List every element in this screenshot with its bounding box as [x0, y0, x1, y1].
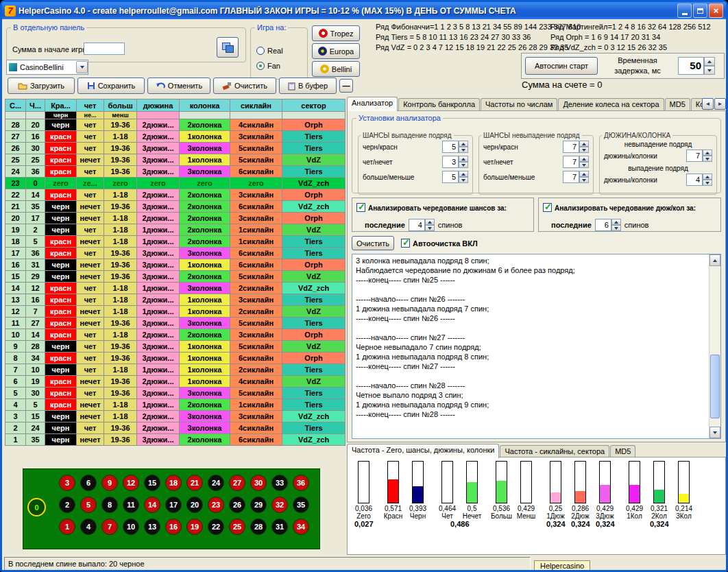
spinner[interactable]: 6	[595, 219, 621, 231]
scroll-down-icon[interactable]	[709, 427, 720, 438]
analyze-chances-checkbox[interactable]	[356, 203, 365, 212]
sum-start-input[interactable]	[84, 43, 125, 55]
roulette-number-13[interactable]: 13	[144, 519, 160, 535]
titlebar[interactable]: 7 HelperCasino 4.0 - create helperroulle…	[2, 2, 726, 19]
analyze-dozens-checkbox[interactable]	[543, 203, 552, 212]
casino-select[interactable]: CasinoBellini	[6, 60, 88, 75]
radio-real[interactable]: Real	[256, 47, 283, 55]
roulette-number-21[interactable]: 21	[186, 475, 203, 491]
spin-up-icon[interactable]	[579, 171, 589, 177]
autoclear-checkbox[interactable]: Автоочистка ВКЛ	[401, 239, 478, 248]
roulette-number-0[interactable]: 0	[27, 498, 46, 516]
spin-down-icon[interactable]	[704, 66, 715, 75]
delay-value[interactable]: 50	[678, 57, 704, 75]
analyzer-clear-button[interactable]: Очистить	[352, 236, 394, 250]
spin-up-icon[interactable]	[579, 156, 589, 162]
combo-dropdown-icon[interactable]	[76, 61, 88, 73]
spinner[interactable]: 3	[442, 156, 468, 168]
analyzer-log[interactable]: 3 колонка невыпадала подряд 8 спин;Наблю…	[352, 254, 721, 439]
spinner[interactable]: 7	[686, 150, 712, 162]
roulette-number-6[interactable]: 6	[80, 475, 97, 491]
tab-1[interactable]: Анализатор	[347, 97, 398, 111]
autospin-start-button[interactable]: Автоспин старт	[525, 57, 598, 75]
europa-button[interactable]: Europa	[312, 43, 360, 59]
roulette-number-10[interactable]: 10	[123, 519, 139, 535]
roulette-number-18[interactable]: 18	[165, 475, 182, 491]
dozen-hit-spinner[interactable]: 4	[686, 174, 712, 186]
tab-2[interactable]: Контроль банкролла	[398, 98, 480, 111]
load-button[interactable]: Загрузить	[8, 78, 75, 94]
roulette-number-14[interactable]: 14	[144, 497, 160, 513]
spin-down-icon[interactable]	[611, 225, 621, 231]
bellini-button[interactable]: Bellini	[312, 61, 360, 77]
log-scrollbar[interactable]	[709, 254, 720, 438]
spin-down-icon[interactable]	[459, 162, 468, 168]
roulette-number-19[interactable]: 19	[186, 519, 203, 535]
roulette-number-8[interactable]: 8	[101, 497, 118, 513]
spin-up-icon[interactable]	[459, 141, 468, 147]
dozen-miss-spinner[interactable]: 7	[686, 150, 712, 162]
roulette-number-26[interactable]: 26	[229, 497, 245, 513]
save-button[interactable]: Сохранить	[77, 78, 145, 94]
roulette-number-7[interactable]: 7	[101, 519, 118, 535]
spinner[interactable]: 7	[563, 141, 589, 153]
spinner[interactable]: 4	[409, 219, 435, 231]
spinner[interactable]: 7	[563, 171, 589, 183]
restore-button[interactable]	[693, 3, 707, 18]
spin-up-icon[interactable]	[703, 150, 712, 156]
tab-5[interactable]: MD5	[665, 98, 690, 111]
roulette-number-15[interactable]: 15	[144, 475, 160, 491]
roulette-number-17[interactable]: 17	[165, 497, 182, 513]
dozen-last-spinner[interactable]: 6	[595, 219, 621, 231]
roulette-number-33[interactable]: 33	[271, 475, 288, 491]
spin-down-icon[interactable]	[703, 156, 712, 162]
roulette-number-16[interactable]: 16	[165, 519, 182, 535]
roulette-number-28[interactable]: 28	[250, 519, 267, 535]
close-button[interactable]: ×	[709, 3, 723, 18]
roulette-number-1[interactable]: 1	[59, 519, 75, 535]
roulette-number-32[interactable]: 32	[271, 497, 288, 513]
roulette-number-27[interactable]: 27	[229, 475, 245, 491]
freq-tab-1[interactable]: Частота - Zero, шансы, дюжины, колонки	[347, 444, 499, 458]
tropez-button[interactable]: Tropez	[312, 25, 360, 41]
spin-down-icon[interactable]	[579, 147, 589, 153]
collapse-button[interactable]: —	[339, 79, 353, 93]
undo-button[interactable]: Отменить	[147, 78, 210, 94]
roulette-number-3[interactable]: 3	[59, 475, 75, 491]
roulette-number-36[interactable]: 36	[293, 475, 309, 491]
tab-scroll-left-icon[interactable]: ◄	[702, 98, 714, 110]
roulette-number-4[interactable]: 4	[80, 519, 97, 535]
chance-last-spinner[interactable]: 4	[409, 219, 435, 231]
spin-up-icon[interactable]	[704, 57, 715, 66]
spin-up-icon[interactable]	[459, 156, 468, 162]
spinner[interactable]: 5	[442, 141, 468, 153]
detach-button[interactable]	[217, 37, 239, 58]
roulette-number-23[interactable]: 23	[208, 497, 224, 513]
roulette-number-2[interactable]: 2	[59, 497, 75, 513]
roulette-number-20[interactable]: 20	[186, 497, 203, 513]
scroll-up-icon[interactable]	[709, 254, 720, 266]
spin-up-icon[interactable]	[579, 141, 589, 147]
tab-scroll-right-icon[interactable]: ►	[714, 98, 726, 110]
roulette-number-5[interactable]: 5	[80, 497, 97, 513]
spin-down-icon[interactable]	[459, 177, 468, 183]
spinner[interactable]: 7	[563, 156, 589, 168]
delay-spinner[interactable]: 50	[678, 57, 715, 75]
roulette-number-24[interactable]: 24	[208, 475, 224, 491]
spinner[interactable]: 4	[686, 174, 712, 186]
roulette-number-25[interactable]: 25	[229, 519, 245, 535]
roulette-number-30[interactable]: 30	[250, 475, 267, 491]
minimize-button[interactable]	[677, 3, 692, 18]
spinner[interactable]: 5	[442, 171, 468, 183]
roulette-number-22[interactable]: 22	[208, 519, 224, 535]
spin-down-icon[interactable]	[425, 225, 435, 231]
roulette-number-35[interactable]: 35	[293, 497, 309, 513]
spin-down-icon[interactable]	[579, 162, 589, 168]
spin-up-icon[interactable]	[459, 171, 468, 177]
roulette-number-11[interactable]: 11	[123, 497, 139, 513]
spin-down-icon[interactable]	[579, 177, 589, 183]
spin-up-icon[interactable]	[703, 174, 712, 180]
buffer-button[interactable]: В буфер	[279, 78, 337, 94]
spin-down-icon[interactable]	[459, 147, 468, 153]
roulette-number-9[interactable]: 9	[101, 475, 118, 491]
